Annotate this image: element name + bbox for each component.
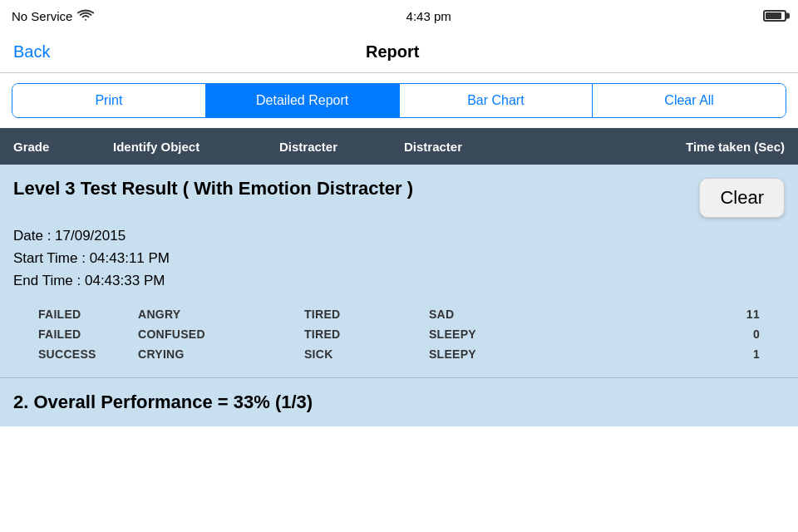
wifi-icon [77, 9, 94, 23]
segmented-control: Print Detailed Report Bar Chart Clear Al… [12, 83, 786, 118]
result-header: Level 3 Test Result ( With Emotion Distr… [13, 178, 785, 218]
data-rows: FAILED ANGRY TIRED SAD 11 FAILED CONFUSE… [13, 304, 785, 364]
row3-time: 1 [562, 347, 760, 361]
col-header-time: Time taken (Sec) [537, 140, 785, 154]
result-start-time: Start Time : 04:43:11 PM [13, 247, 785, 269]
row3-distracter2: SLEEPY [429, 347, 562, 361]
result-title: Level 3 Test Result ( With Emotion Distr… [13, 178, 691, 200]
row2-distracter1: TIRED [304, 328, 429, 341]
row3-identify: CRYING [138, 347, 304, 361]
row2-identify: CONFUSED [138, 328, 304, 341]
row2-time: 0 [562, 328, 760, 341]
status-left: No Service [12, 9, 94, 23]
col-header-distracter1: Distracter [279, 140, 404, 154]
status-time: 4:43 pm [406, 9, 451, 23]
row1-grade: FAILED [38, 308, 138, 321]
table-row: FAILED ANGRY TIRED SAD 11 [13, 304, 785, 324]
row2-distracter2: SLEEPY [429, 328, 562, 341]
row3-distracter1: SICK [304, 347, 429, 361]
col-header-grade: Grade [13, 140, 113, 154]
table-row: FAILED CONFUSED TIRED SLEEPY 0 [13, 324, 785, 344]
nav-bar: Back Report [0, 32, 798, 73]
col-header-identify: Identify Object [113, 140, 279, 154]
status-right [763, 10, 786, 22]
table-header: Grade Identify Object Distracter Distrac… [0, 128, 798, 165]
result-meta: Date : 17/09/2015 Start Time : 04:43:11 … [13, 224, 785, 293]
row1-time: 11 [562, 308, 760, 321]
tab-bar-chart[interactable]: Bar Chart [400, 84, 594, 117]
row1-distracter2: SAD [429, 308, 562, 321]
result-end-time: End Time : 04:43:33 PM [13, 269, 785, 292]
overall-performance: 2. Overall Performance = 33% (1/3) [0, 377, 798, 426]
row2-grade: FAILED [38, 328, 138, 341]
table-row: SUCCESS CRYING SICK SLEEPY 1 [13, 344, 785, 364]
tab-print[interactable]: Print [12, 84, 206, 117]
back-button[interactable]: Back [13, 42, 50, 62]
row3-grade: SUCCESS [38, 347, 138, 361]
tab-detailed-report[interactable]: Detailed Report [206, 84, 400, 117]
tab-clear-all[interactable]: Clear All [593, 84, 786, 117]
clear-button[interactable]: Clear [699, 178, 785, 218]
col-header-distracter2: Distracter [404, 140, 537, 154]
row1-identify: ANGRY [138, 308, 304, 321]
row1-distracter1: TIRED [304, 308, 429, 321]
battery-icon [763, 10, 786, 22]
status-bar: No Service 4:43 pm [0, 0, 798, 32]
result-section: Level 3 Test Result ( With Emotion Distr… [0, 165, 798, 377]
page-title: Report [366, 42, 419, 62]
result-date: Date : 17/09/2015 [13, 224, 785, 247]
service-label: No Service [12, 9, 72, 23]
